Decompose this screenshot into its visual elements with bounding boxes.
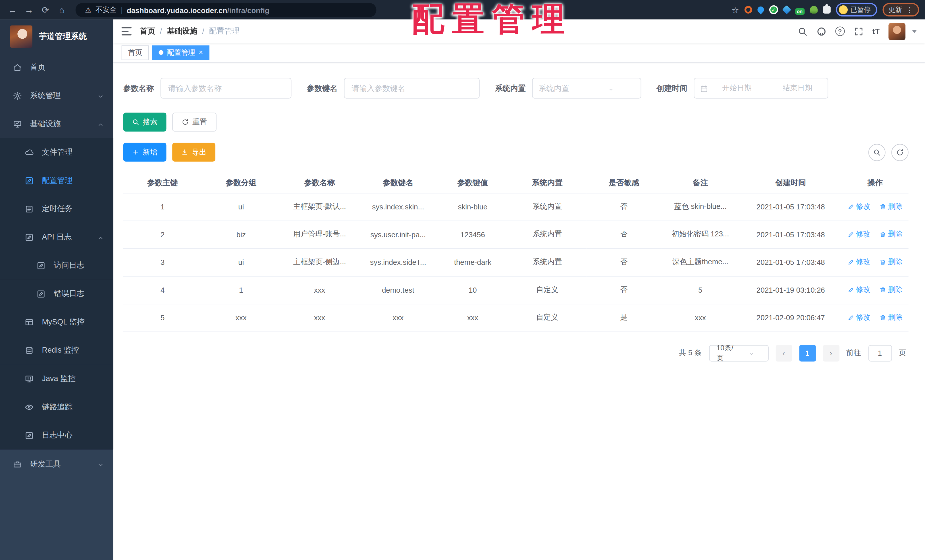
page-unit-label: 页 [899, 348, 906, 358]
goto-page-input[interactable] [868, 345, 892, 361]
java-monitor-icon [25, 374, 33, 383]
font-size-icon[interactable]: tT [872, 27, 880, 36]
col-header-remark: 备注 [661, 173, 740, 193]
date-start-placeholder: 开始日期 [713, 83, 761, 93]
sidebar-item-redis[interactable]: Redis 监控 [0, 336, 113, 364]
refresh-table-button[interactable] [892, 143, 908, 161]
sidebar-item-home[interactable]: 首页 [0, 53, 113, 81]
tab-config[interactable]: 配置管理 × [152, 45, 209, 60]
extension-on-badge[interactable]: on [795, 8, 804, 15]
delete-link[interactable]: 删除 [880, 313, 902, 322]
extension-check-icon[interactable]: ✓ [769, 5, 778, 14]
delete-link[interactable]: 删除 [880, 202, 902, 212]
sidebar-item-error-log[interactable]: 错误日志 [0, 280, 113, 308]
sidebar-item-label: 链路追踪 [42, 402, 72, 412]
log-edit-icon [37, 289, 45, 298]
home-icon [13, 63, 22, 72]
browser-back-icon[interactable]: ← [6, 3, 19, 16]
fullscreen-icon[interactable] [853, 26, 863, 36]
sidebar-item-label: 错误日志 [54, 288, 84, 299]
sidebar-item-file[interactable]: 文件管理 [0, 138, 113, 167]
sidebar-logo-row[interactable]: 芋道管理系统 [0, 20, 113, 53]
user-avatar[interactable] [888, 23, 905, 40]
date-range-picker[interactable]: 开始日期 - 结束日期 [694, 78, 828, 99]
edit-link[interactable]: 修改 [847, 313, 871, 322]
database-grid-icon [25, 318, 33, 327]
tab-home[interactable]: 首页 [122, 45, 149, 60]
help-icon[interactable]: ? [835, 26, 845, 36]
sidebar-item-config[interactable]: 配置管理 [0, 166, 113, 195]
config-table: 参数主键 参数分组 参数名称 参数键名 参数键值 系统内置 是否敏感 备注 创建… [124, 173, 908, 331]
table-header-row: 参数主键 参数分组 参数名称 参数键名 参数键值 系统内置 是否敏感 备注 创建… [124, 173, 908, 193]
breadcrumb-infra[interactable]: 基础设施 [167, 26, 197, 36]
sidebar-item-job[interactable]: 定时任务 [0, 195, 113, 223]
add-button[interactable]: 新增 [124, 143, 167, 161]
edit-link[interactable]: 修改 [847, 202, 871, 212]
extension-pin-icon[interactable] [756, 5, 765, 14]
sidebar-item-infra[interactable]: 基础设施 [0, 110, 113, 138]
browser-forward-icon[interactable]: → [23, 3, 36, 16]
breadcrumb: 首页 / 基础设施 / 配置管理 [140, 26, 240, 36]
sidebar-collapse-icon[interactable] [122, 27, 131, 35]
address-bar[interactable]: ⚠ 不安全 | dashboard.yudao.iocoder.cn/infra… [75, 3, 377, 17]
page-number-button[interactable]: 1 [799, 345, 816, 361]
sidebar-item-log-center[interactable]: 日志中心 [0, 421, 113, 450]
next-page-button[interactable]: › [823, 345, 839, 361]
monitor-icon [13, 119, 22, 128]
url-divider: | [121, 6, 122, 14]
sidebar-item-tracing[interactable]: 链路追踪 [0, 393, 113, 422]
user-menu-caret-icon[interactable] [912, 30, 917, 33]
system-builtin-select[interactable]: 系统内置 [532, 78, 641, 99]
sidebar-item-label: 基础设施 [30, 119, 61, 129]
url-path: /infra/config [227, 6, 269, 15]
browser-update-button[interactable]: 更新 ⋮ [883, 3, 919, 17]
sidebar-item-access-log[interactable]: 访问日志 [0, 251, 113, 280]
edit-link[interactable]: 修改 [847, 230, 871, 239]
search-button[interactable]: 搜索 [124, 113, 167, 131]
profile-paused-chip[interactable]: 已暂停 [836, 3, 877, 17]
log-edit-icon [25, 233, 33, 241]
toggle-search-button[interactable] [868, 143, 886, 161]
eye-icon [25, 403, 33, 411]
chevron-down-icon [98, 92, 104, 99]
github-icon[interactable] [816, 26, 826, 36]
sidebar-item-dev-tools[interactable]: 研发工具 [0, 450, 113, 479]
col-header-key: 参数键名 [359, 173, 437, 193]
system-builtin-label: 系统内置 [495, 83, 526, 93]
page-size-value: 10条/页 [716, 343, 740, 363]
reset-button[interactable]: 重置 [172, 113, 217, 131]
url-host: dashboard.yudao.iocoder.cn/infra/config [127, 5, 270, 15]
close-tab-icon[interactable]: × [199, 49, 203, 56]
delete-link[interactable]: 删除 [880, 285, 902, 295]
browser-menu-icon[interactable]: ⋮ [906, 6, 913, 14]
sidebar-item-mysql[interactable]: MySQL 监控 [0, 308, 113, 336]
browser-home-icon[interactable]: ⌂ [56, 3, 68, 16]
search-icon[interactable] [797, 26, 807, 36]
breadcrumb-home[interactable]: 首页 [140, 26, 155, 36]
col-header-created: 创建时间 [740, 173, 842, 193]
sidebar-item-api-log[interactable]: API 日志 [0, 223, 113, 251]
delete-link[interactable]: 删除 [880, 257, 902, 267]
browser-reload-icon[interactable]: ⟳ [39, 3, 52, 16]
prev-page-button[interactable]: ‹ [776, 345, 792, 361]
extensions-puzzle-icon[interactable] [823, 6, 830, 14]
extension-diamond-icon[interactable] [782, 5, 791, 14]
search-icon [132, 119, 139, 126]
sidebar-item-java[interactable]: Java 监控 [0, 364, 113, 393]
chevron-down-icon [740, 350, 763, 356]
param-name-input[interactable] [161, 78, 292, 99]
export-button[interactable]: 导出 [172, 143, 215, 161]
table-mini-actions [868, 143, 908, 161]
refresh-icon [182, 119, 189, 126]
table-row: 5 xxx xxx xxx xxx 自定义 是 xxx 2021-02-09 2… [124, 304, 908, 331]
extension-donut-icon[interactable] [744, 6, 752, 14]
extension-person-icon[interactable] [810, 6, 817, 14]
param-key-input[interactable] [344, 78, 479, 99]
sidebar-item-label: Java 监控 [42, 373, 75, 384]
delete-link[interactable]: 删除 [880, 230, 902, 239]
edit-link[interactable]: 修改 [847, 285, 871, 295]
page-size-select[interactable]: 10条/页 [709, 345, 768, 361]
bookmark-star-icon[interactable]: ☆ [731, 5, 739, 15]
sidebar-item-system[interactable]: 系统管理 [0, 81, 113, 110]
edit-link[interactable]: 修改 [847, 257, 871, 267]
